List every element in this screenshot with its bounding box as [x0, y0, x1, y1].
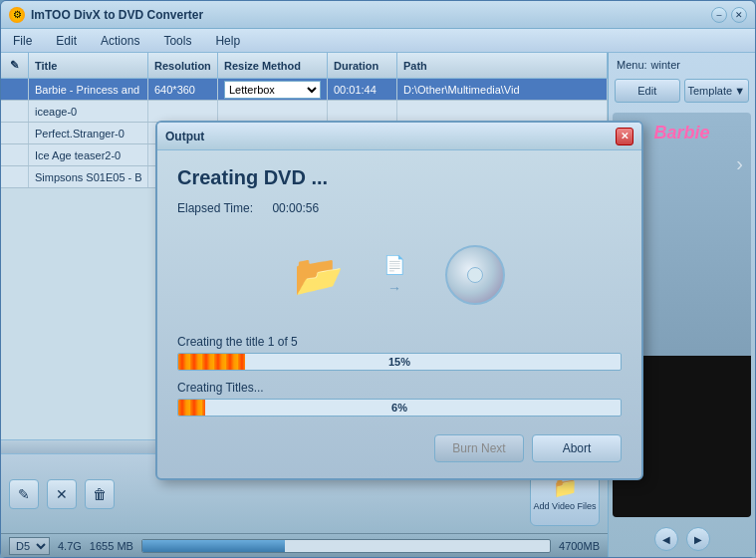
progress-text-2: 6%: [391, 402, 407, 414]
dialog-title-bar: Output ✕: [157, 123, 641, 150]
progress-text-1: 15%: [388, 356, 410, 368]
abort-button[interactable]: Abort: [532, 434, 622, 462]
dialog-buttons: Burn Next Abort: [177, 426, 622, 462]
arrow-right-icon: →: [387, 280, 401, 296]
file-icon: 📄: [383, 254, 405, 276]
folder-icon: 📂: [294, 252, 344, 299]
progress-fill-1: [178, 354, 245, 370]
progress-section-1: Creating the title 1 of 5 15%: [177, 335, 622, 371]
progress-bar-1: 15%: [177, 353, 622, 371]
burn-next-button[interactable]: Burn Next: [434, 434, 524, 462]
dialog-main-title: Creating DVD ...: [177, 166, 622, 189]
dialog-title: Output: [165, 130, 204, 143]
progress-section-2: Creating Titles... 6%: [177, 381, 622, 417]
output-dialog: Output ✕ Creating DVD ... Elapsed Time: …: [155, 121, 643, 480]
dialog-content: Creating DVD ... Elapsed Time: 00:00:56 …: [157, 150, 641, 478]
dvd-icon: [445, 245, 505, 305]
progress-fill-2: [178, 400, 205, 416]
dialog-close-button[interactable]: ✕: [616, 128, 633, 145]
elapsed-label: Elapsed Time:: [177, 201, 253, 215]
dialog-elapsed: Elapsed Time: 00:00:56: [177, 201, 622, 215]
dvd-inner: [467, 267, 483, 283]
dialog-animation: 📂 📄 →: [177, 235, 622, 315]
progress-label-2: Creating Titles...: [177, 381, 622, 395]
dialog-overlay: Output ✕ Creating DVD ... Elapsed Time: …: [1, 1, 755, 557]
elapsed-time: 00:00:56: [272, 201, 319, 215]
progress-label-1: Creating the title 1 of 5: [177, 335, 622, 349]
progress-bar-2: 6%: [177, 399, 622, 417]
